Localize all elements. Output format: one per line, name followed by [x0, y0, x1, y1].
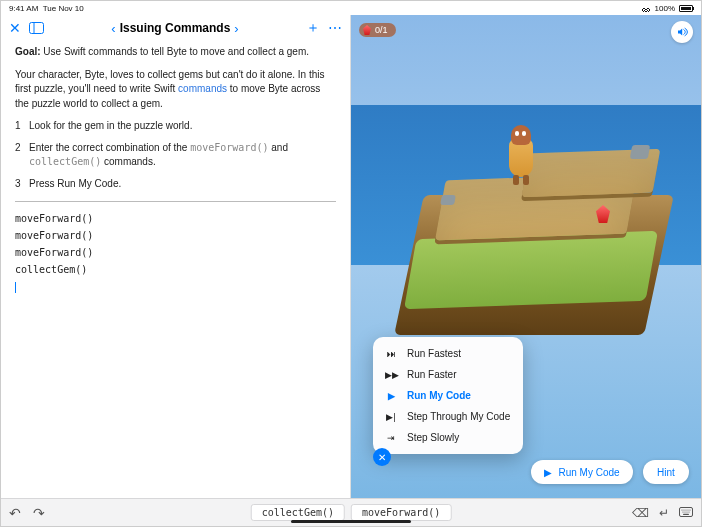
goal-text: Use Swift commands to tell Byte to move …	[43, 46, 309, 57]
faster-icon: ▶▶	[385, 370, 397, 380]
speed-option-step-slowly[interactable]: ⇥Step Slowly	[373, 427, 523, 448]
goal-label: Goal:	[15, 46, 41, 57]
add-button[interactable]: ＋	[306, 19, 320, 37]
intro-text: Your character, Byte, loves to collect g…	[15, 68, 336, 112]
next-page-button[interactable]: ›	[234, 21, 238, 36]
code-line[interactable]: collectGem()	[15, 261, 336, 278]
suggestion-moveforward[interactable]: moveForward()	[351, 504, 451, 521]
editor-toolbar: ✕ ‹ Issuing Commands › ＋ ⋯	[1, 15, 350, 41]
hint-button[interactable]: Hint	[643, 460, 689, 484]
rock	[440, 195, 456, 205]
byte-character	[501, 125, 541, 185]
svg-point-7	[689, 509, 690, 510]
code-suggestions: collectGem() moveForward()	[251, 504, 452, 521]
status-date: Tue Nov 10	[43, 4, 84, 13]
speed-option-step-through[interactable]: ▶|Step Through My Code	[373, 406, 523, 427]
status-time: 9:41 AM	[9, 4, 38, 13]
editor-pane: ✕ ‹ Issuing Commands › ＋ ⋯ Goal: Use Swi…	[1, 15, 351, 498]
code-line[interactable]: moveForward()	[15, 210, 336, 227]
svg-point-10	[686, 511, 687, 512]
run-my-code-button[interactable]: ▶Run My Code	[531, 460, 633, 484]
code-line[interactable]: moveForward()	[15, 244, 336, 261]
speed-option-run-my-code[interactable]: ▶Run My Code	[373, 385, 523, 406]
commands-link[interactable]: commands	[178, 83, 227, 94]
close-icon[interactable]: ✕	[9, 20, 21, 36]
battery-percent: 100%	[655, 4, 675, 13]
battery-icon	[679, 5, 693, 12]
page-title: Issuing Commands	[120, 21, 231, 35]
step-icon: ▶|	[385, 412, 397, 422]
svg-point-8	[682, 511, 683, 512]
play-icon: ▶	[544, 467, 552, 478]
keyboard-button[interactable]	[679, 506, 693, 520]
svg-point-11	[688, 511, 689, 512]
step-2: Enter the correct combination of the mov…	[15, 141, 336, 170]
redo-button[interactable]: ↷	[33, 505, 45, 521]
status-bar: 9:41 AM Tue Nov 10 100%	[1, 1, 701, 15]
code-line[interactable]: moveForward()	[15, 227, 336, 244]
gem-icon	[363, 25, 371, 35]
svg-point-4	[683, 509, 684, 510]
step-1: Look for the gem in the puzzle world.	[15, 119, 336, 134]
svg-point-6	[687, 509, 688, 510]
fastest-icon: ⏭	[385, 349, 397, 359]
svg-point-5	[685, 509, 686, 510]
speed-option-run-faster[interactable]: ▶▶Run Faster	[373, 364, 523, 385]
svg-rect-2	[680, 507, 693, 516]
sound-button[interactable]	[671, 21, 693, 43]
undo-button[interactable]: ↶	[9, 505, 21, 521]
rock	[630, 145, 650, 159]
more-button[interactable]: ⋯	[328, 20, 342, 36]
suggestion-collectgem[interactable]: collectGem()	[251, 504, 345, 521]
instructions: Goal: Use Swift commands to tell Byte to…	[1, 41, 350, 498]
home-indicator[interactable]	[291, 520, 411, 523]
svg-rect-12	[683, 513, 689, 514]
speed-menu[interactable]: ⏭Run Fastest ▶▶Run Faster ▶Run My Code ▶…	[373, 337, 523, 454]
return-button[interactable]: ↵	[659, 506, 669, 520]
scene-pane[interactable]: 0/1 ⏭Run Fastest ▶▶Run Faster ▶Run My Co…	[351, 15, 701, 498]
slow-icon: ⇥	[385, 433, 397, 443]
prev-page-button[interactable]: ‹	[111, 21, 115, 36]
play-icon: ▶	[385, 391, 397, 401]
svg-rect-0	[30, 23, 44, 34]
step-3: Press Run My Code.	[15, 177, 336, 192]
speed-option-run-fastest[interactable]: ⏭Run Fastest	[373, 343, 523, 364]
wifi-icon	[641, 4, 651, 12]
sidebar-toggle-icon[interactable]	[29, 22, 44, 34]
island	[381, 85, 681, 345]
svg-point-9	[684, 511, 685, 512]
delete-button[interactable]: ⌫	[632, 506, 649, 520]
divider	[15, 201, 336, 202]
gem-counter: 0/1	[359, 23, 396, 37]
code-cursor-line[interactable]	[15, 278, 336, 295]
code-editor[interactable]: moveForward() moveForward() moveForward(…	[15, 210, 336, 295]
bottom-toolbar: ↶ ↷ collectGem() moveForward() ⌫ ↵	[1, 498, 701, 526]
svg-point-3	[681, 509, 682, 510]
close-menu-button[interactable]: ✕	[373, 448, 391, 466]
